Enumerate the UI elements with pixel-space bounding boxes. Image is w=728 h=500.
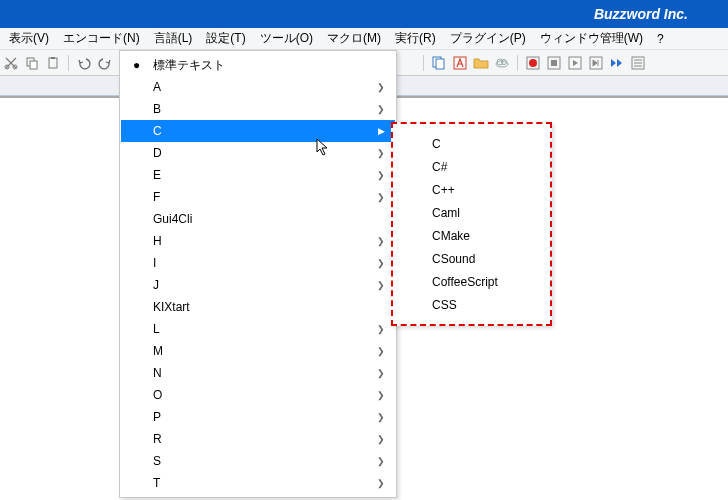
menu-tools[interactable]: ツール(O) (253, 28, 320, 49)
menu-encode[interactable]: エンコード(N) (56, 28, 147, 49)
menu-item-label: C++ (432, 183, 455, 197)
language-item-M[interactable]: M❯ (121, 340, 395, 362)
menu-window[interactable]: ウィンドウ管理(W) (533, 28, 650, 49)
menu-item-label: D (153, 146, 162, 160)
menu-language[interactable]: 言語(L) (147, 28, 200, 49)
submenu-arrow-icon: ❯ (377, 368, 385, 378)
menu-view[interactable]: 表示(V) (2, 28, 56, 49)
play-next-icon[interactable] (587, 54, 605, 72)
svg-rect-15 (551, 60, 557, 66)
language-c-submenu: CC#C++CamlCMakeCSoundCoffeeScriptCSS (391, 122, 552, 326)
language-item-D[interactable]: D❯ (121, 142, 395, 164)
submenu-arrow-icon: ❯ (377, 170, 385, 180)
menu-item-label: M (153, 344, 163, 358)
menu-item-label: P (153, 410, 161, 424)
language-item-F[interactable]: F❯ (121, 186, 395, 208)
language-item-S[interactable]: S❯ (121, 450, 395, 472)
submenu-arrow-icon: ❯ (377, 346, 385, 356)
paste-icon[interactable] (44, 54, 62, 72)
menu-item-label: CoffeeScript (432, 275, 498, 289)
c-submenu-item-CMake[interactable]: CMake (394, 224, 549, 247)
menu-bar: 表示(V) エンコード(N) 言語(L) 設定(T) ツール(O) マクロ(M)… (0, 28, 728, 50)
language-item-A[interactable]: A❯ (121, 76, 395, 98)
folder-icon[interactable] (472, 54, 490, 72)
redo-icon[interactable] (96, 54, 114, 72)
c-submenu-item-C[interactable]: C (394, 132, 549, 155)
menu-item-label: J (153, 278, 159, 292)
c-submenu-item-CoffeeScript[interactable]: CoffeeScript (394, 270, 549, 293)
language-item-B[interactable]: B❯ (121, 98, 395, 120)
language-item-Gui4Cli[interactable]: Gui4Cli (121, 208, 395, 230)
cut-icon[interactable] (2, 54, 20, 72)
language-item-O[interactable]: O❯ (121, 384, 395, 406)
language-item-H[interactable]: H❯ (121, 230, 395, 252)
menu-item-label: Caml (432, 206, 460, 220)
c-submenu-item-Caml[interactable]: Caml (394, 201, 549, 224)
submenu-arrow-icon: ❯ (377, 258, 385, 268)
svg-rect-5 (51, 57, 55, 59)
language-item-標準テキスト[interactable]: ●標準テキスト (121, 54, 395, 76)
svg-rect-3 (30, 61, 37, 69)
list-icon[interactable] (629, 54, 647, 72)
menu-item-label: C# (432, 160, 447, 174)
menu-item-label: B (153, 102, 161, 116)
submenu-arrow-icon: ❯ (377, 456, 385, 466)
menu-help[interactable]: ? (650, 30, 671, 48)
language-item-C[interactable]: C▶ (121, 120, 395, 142)
c-submenu-item-CSS[interactable]: CSS (394, 293, 549, 316)
menu-run[interactable]: 実行(R) (388, 28, 443, 49)
menu-item-label: T (153, 476, 160, 490)
submenu-arrow-icon: ❯ (377, 148, 385, 158)
stop-icon[interactable] (545, 54, 563, 72)
language-item-E[interactable]: E❯ (121, 164, 395, 186)
submenu-arrow-icon: ❯ (377, 478, 385, 488)
play-icon[interactable] (566, 54, 584, 72)
copy-docs-icon[interactable] (430, 54, 448, 72)
language-item-R[interactable]: R❯ (121, 428, 395, 450)
menu-plugin[interactable]: プラグイン(P) (443, 28, 533, 49)
toolbar-separator (423, 55, 424, 71)
menu-item-label: KIXtart (153, 300, 190, 314)
bullet-icon: ● (133, 58, 140, 72)
copy-icon[interactable] (23, 54, 41, 72)
menu-item-label: L (153, 322, 160, 336)
submenu-arrow-icon: ❯ (377, 390, 385, 400)
svg-point-11 (502, 59, 507, 64)
c-submenu-item-C++[interactable]: C++ (394, 178, 549, 201)
submenu-arrow-icon: ❯ (377, 434, 385, 444)
submenu-arrow-icon: ❯ (377, 192, 385, 202)
language-item-KIXtart[interactable]: KIXtart (121, 296, 395, 318)
menu-settings[interactable]: 設定(T) (199, 28, 252, 49)
language-item-L[interactable]: L❯ (121, 318, 395, 340)
submenu-arrow-icon: ❯ (377, 104, 385, 114)
menu-item-label: CSS (432, 298, 457, 312)
c-submenu-item-C#[interactable]: C# (394, 155, 549, 178)
toolbar-separator (517, 55, 518, 71)
language-item-P[interactable]: P❯ (121, 406, 395, 428)
language-item-I[interactable]: I❯ (121, 252, 395, 274)
menu-item-label: CSound (432, 252, 475, 266)
brand-title: Buzzword Inc. (594, 6, 688, 22)
menu-macro[interactable]: マクロ(M) (320, 28, 388, 49)
submenu-arrow-icon: ❯ (377, 236, 385, 246)
language-item-N[interactable]: N❯ (121, 362, 395, 384)
menu-item-label: O (153, 388, 162, 402)
svg-rect-7 (436, 59, 444, 69)
adobe-icon[interactable] (451, 54, 469, 72)
language-item-J[interactable]: J❯ (121, 274, 395, 296)
menu-item-label: R (153, 432, 162, 446)
title-bar: Buzzword Inc. (0, 0, 728, 28)
menu-item-label: S (153, 454, 161, 468)
menu-item-label: C (432, 137, 441, 151)
menu-item-label: Gui4Cli (153, 212, 192, 226)
submenu-arrow-icon: ❯ (377, 82, 385, 92)
menu-item-label: E (153, 168, 161, 182)
undo-icon[interactable] (75, 54, 93, 72)
record-icon[interactable] (524, 54, 542, 72)
cloud-icon[interactable] (493, 54, 511, 72)
menu-item-label: N (153, 366, 162, 380)
c-submenu-item-CSound[interactable]: CSound (394, 247, 549, 270)
toolbar-separator (68, 55, 69, 71)
language-item-T[interactable]: T❯ (121, 472, 395, 494)
fast-forward-icon[interactable] (608, 54, 626, 72)
